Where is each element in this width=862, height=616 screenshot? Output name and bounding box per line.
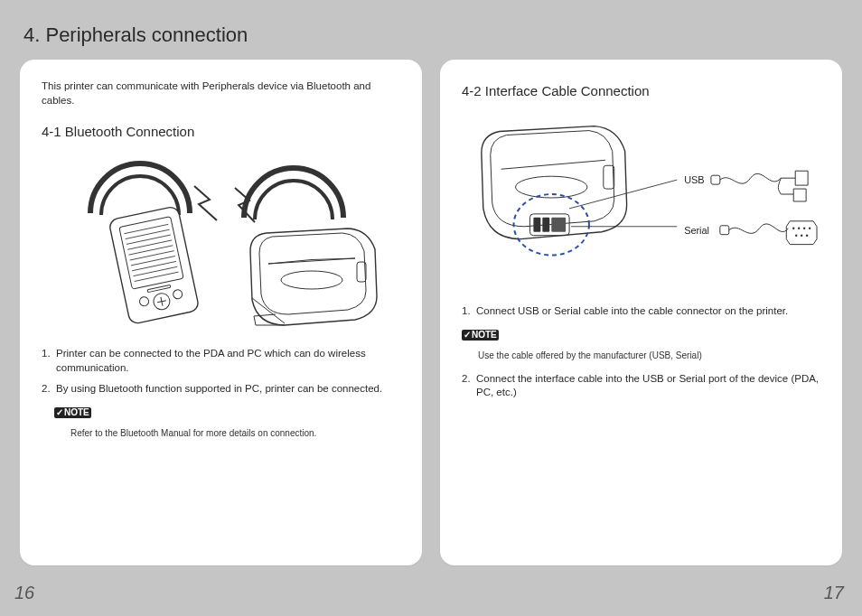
card-left: This printer can communicate with Periph… [20,60,422,565]
list-item: 1. Connect USB or Serial cable into the … [462,304,820,319]
svg-point-30 [792,228,794,229]
page-number-left: 16 [14,583,34,603]
usb-cable-icon [711,171,808,201]
list-text: Printer can be connected to the PDA and … [56,347,400,375]
list-text: Connect the interface cable into the USB… [476,372,820,400]
list-text: By using Bluetooth function supported in… [56,382,400,397]
section-title: 4. Peripherals connection [23,23,422,47]
illustration-cable: USB Serial [462,107,820,288]
note-label: NOTE [64,408,89,417]
usb-label: USB [684,174,704,185]
intro-text: This printer can communicate with Periph… [42,79,400,107]
subsection-title-bluetooth: 4-1 Bluetooth Connection [42,124,400,139]
page-number-right: 17 [824,583,844,603]
subsection-title-cable: 4-2 Interface Cable Connection [462,83,820,98]
list-item: 2. By using Bluetooth function supported… [42,382,400,397]
svg-rect-24 [542,218,549,232]
note-body: Refer to the Bluetooth Manual for more d… [70,427,400,439]
svg-point-36 [806,234,808,236]
card-right: 4-2 Interface Cable Connection [440,60,842,565]
svg-point-35 [801,234,802,236]
svg-rect-29 [720,226,729,235]
printer-icon [482,126,627,239]
list-number: 1. [462,304,476,319]
serial-cable-icon [720,221,817,245]
list-number: 2. [462,372,476,400]
note-block: ✓ NOTE [54,407,400,418]
list-number: 2. [42,382,56,397]
page-spread: 4. Peripherals connection This printer c… [0,0,862,616]
list-number: 1. [42,347,56,375]
note-label: NOTE [472,331,497,340]
list-item: 1. Printer can be connected to the PDA a… [42,347,400,375]
illustration-bluetooth [42,150,400,331]
note-body: Use the cable offered by the manufacture… [478,350,820,361]
svg-point-31 [798,228,800,229]
page-right: 4-2 Interface Cable Connection [431,0,862,616]
check-icon: ✓ [56,408,63,417]
page-left: 4. Peripherals connection This printer c… [0,0,431,616]
printer-icon [250,229,377,325]
serial-label: Serial [684,225,709,236]
note-badge-icon: ✓ NOTE [462,330,499,341]
pda-icon [108,206,200,325]
svg-point-34 [795,234,797,236]
svg-rect-25 [551,218,566,232]
list-item: 2. Connect the interface cable into the … [462,372,820,400]
bluetooth-svg [54,150,389,331]
svg-point-32 [803,228,805,229]
note-badge-icon: ✓ NOTE [54,407,91,418]
note-block: ✓ NOTE [462,330,820,341]
svg-rect-28 [711,175,720,184]
cable-svg: USB Serial [462,107,820,288]
check-icon: ✓ [464,331,471,340]
svg-rect-0 [108,206,200,325]
list-text: Connect USB or Serial cable into the cab… [476,304,820,319]
svg-point-33 [809,228,810,229]
svg-rect-23 [533,218,540,232]
